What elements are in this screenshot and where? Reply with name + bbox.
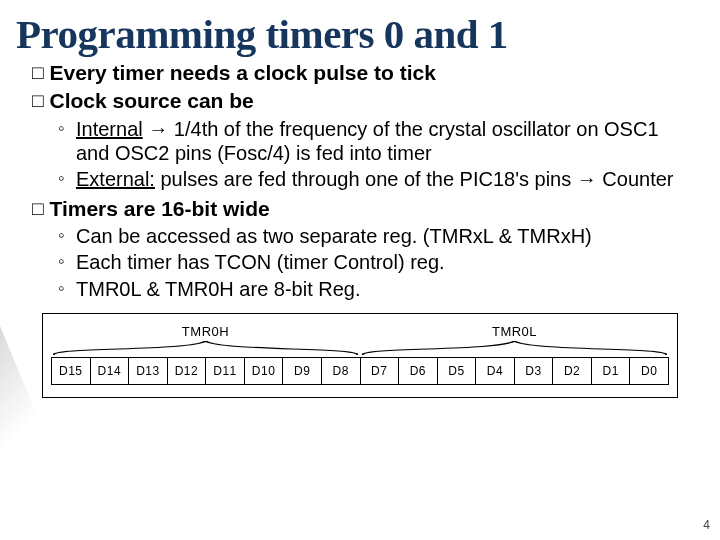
sub-text: TMR0L & TMR0H are 8-bit Reg.: [76, 277, 692, 301]
page-number: 4: [703, 518, 710, 532]
ring-icon: ◦: [58, 277, 76, 301]
bit-cell: D13: [129, 358, 168, 384]
bullet-rest: are 16-bit wide: [118, 197, 270, 220]
label-tmr0l: TMR0L: [360, 324, 669, 339]
content-area: □Every timer needs a clock pulse to tick…: [28, 60, 692, 398]
bullet-clock: □Clock source can be: [32, 88, 692, 114]
ring-icon: ◦: [58, 250, 76, 274]
bullet-timers: □Timers are 16-bit wide: [32, 196, 692, 222]
bullet-prefix: Every: [49, 61, 106, 84]
sub-keyword: Internal: [76, 118, 143, 140]
sub-text: → 1/4th of the frequency of the crystal …: [76, 118, 659, 164]
sub-text: Each timer has TCON (timer Control) reg.: [76, 250, 692, 274]
sub-list-clock: ◦ Internal → 1/4th of the frequency of t…: [58, 117, 692, 192]
sub-8bit: ◦ TMR0L & TMR0H are 8-bit Reg.: [58, 277, 692, 301]
brace-right-icon: [362, 341, 667, 355]
brace-left-icon: [53, 341, 358, 355]
bit-cell: D6: [399, 358, 438, 384]
bit-cell: D1: [592, 358, 631, 384]
bullet-rest: timer needs a clock pulse to tick: [107, 61, 436, 84]
ring-icon: ◦: [58, 224, 76, 248]
bit-cell: D15: [52, 358, 91, 384]
bit-cell: D9: [283, 358, 322, 384]
bit-cell: D2: [553, 358, 592, 384]
sub-text: Can be accessed as two separate reg. (TM…: [76, 224, 692, 248]
bit-cell: D4: [476, 358, 515, 384]
bit-cell: D10: [245, 358, 284, 384]
sub-text: pulses are fed through one of the PIC18'…: [155, 168, 674, 190]
ring-icon: ◦: [58, 117, 76, 166]
box-icon: □: [32, 61, 43, 85]
sub-external: ◦ External: pulses are fed through one o…: [58, 167, 692, 191]
sub-list-timers: ◦ Can be accessed as two separate reg. (…: [58, 224, 692, 301]
page-title: Programming timers 0 and 1: [16, 10, 720, 58]
register-diagram: TMR0H TMR0L D15D14D13D12D11D10D9D8D7D6D5…: [42, 313, 678, 398]
diagram-braces: [51, 341, 669, 355]
bit-cell: D14: [91, 358, 130, 384]
bullet-every: □Every timer needs a clock pulse to tick: [32, 60, 692, 86]
bit-cell: D0: [630, 358, 668, 384]
sub-keyword: External:: [76, 168, 155, 190]
label-tmr0h: TMR0H: [51, 324, 360, 339]
bits-row: D15D14D13D12D11D10D9D8D7D6D5D4D3D2D1D0: [51, 357, 669, 385]
bit-cell: D7: [361, 358, 400, 384]
sub-access: ◦ Can be accessed as two separate reg. (…: [58, 224, 692, 248]
sub-internal: ◦ Internal → 1/4th of the frequency of t…: [58, 117, 692, 166]
bit-cell: D3: [515, 358, 554, 384]
bit-cell: D11: [206, 358, 245, 384]
bullet-rest: source can be: [107, 89, 254, 112]
bullet-prefix: Timers: [49, 197, 118, 220]
box-icon: □: [32, 89, 43, 113]
bit-cell: D8: [322, 358, 361, 384]
sub-tcon: ◦ Each timer has TCON (timer Control) re…: [58, 250, 692, 274]
bullet-prefix: Clock: [49, 89, 106, 112]
bit-cell: D12: [168, 358, 207, 384]
box-icon: □: [32, 197, 43, 221]
bit-cell: D5: [438, 358, 477, 384]
diagram-labels: TMR0H TMR0L: [51, 324, 669, 339]
ring-icon: ◦: [58, 167, 76, 191]
